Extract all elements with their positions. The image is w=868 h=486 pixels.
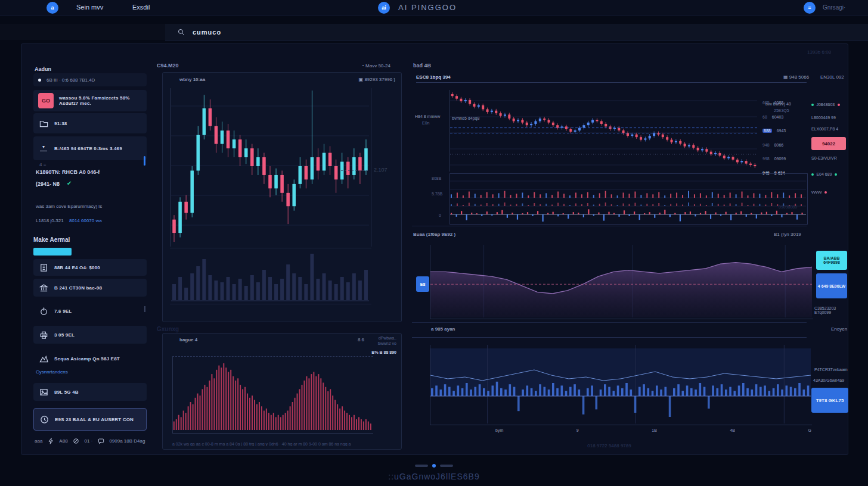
price-axis: 6056088 6860403 8886943 9488066 99809099…	[762, 101, 810, 175]
order-list: J0848603 L8000449 99 ELX0007,P8 4 94022 …	[811, 98, 848, 196]
sidebar-item-go[interactable]: GO wassou 5.8% Famsizeets 58% Asdufz7 me…	[33, 90, 147, 111]
histogram-stats: B% B 88 890	[371, 350, 396, 354]
nav-item-1[interactable]: Sein mvv	[76, 4, 103, 11]
sidebar-scrollbar[interactable]	[144, 156, 145, 166]
sidebar-item-image[interactable]: 89L 5G 4B	[33, 383, 147, 401]
grid-mini-icon: ▦	[783, 74, 789, 80]
activity-panel-title: a 985 ayan	[431, 326, 455, 332]
mountain-icon	[38, 353, 49, 364]
sidebar-item-folder[interactable]: 91:38	[33, 113, 147, 133]
sidebar-footer-3: 01 ·	[85, 438, 93, 444]
sidebar-item-label: 91:38	[54, 121, 67, 126]
annotation-left-2: E0n	[422, 121, 429, 125]
page-dash-2[interactable]	[440, 465, 453, 467]
order-row[interactable]: L8000449 99	[811, 116, 848, 120]
progress-bar	[33, 248, 72, 256]
tr-candlestick-chart	[450, 90, 757, 170]
x-tick: 9	[576, 428, 579, 432]
sidebar-item-power[interactable]: 7.6 9EL	[33, 302, 147, 320]
sidebar-item-link[interactable]: Cysnnrtandens	[36, 369, 68, 375]
panel-divider-2	[412, 322, 807, 323]
search-input[interactable]	[191, 28, 373, 36]
cyan-action-button[interactable]: BA/ABB 64F9898	[816, 251, 847, 270]
order-row[interactable]: ELX0007,P8 4	[811, 127, 848, 131]
candlestick-card-value[interactable]: ▣ 89293 37996 }	[359, 77, 395, 82]
app-logo-icon[interactable]: a	[46, 2, 58, 14]
folder-icon	[38, 118, 49, 129]
indicator-chart	[450, 174, 806, 223]
histogram-legend-2: bwwn2 vo	[378, 341, 396, 345]
order-row[interactable]: E04 689	[811, 167, 848, 178]
order-row[interactable]: J0848603	[811, 98, 848, 108]
activity-note-2: 43A30/Gbwn4a9	[813, 378, 844, 382]
sidebar-item-bank[interactable]: B 241 CT30N bac-98	[33, 279, 147, 297]
area-caption: C38523203 E7q0099	[814, 306, 848, 314]
area-chart-frame	[430, 245, 813, 319]
sidebar-note-2c[interactable]: 8014 60070 wa	[69, 218, 102, 223]
sidebar-note-1a: K1890TN: RHCB A0 046-f	[36, 169, 100, 175]
blue-action-button[interactable]: 4 649 8E06LW	[816, 273, 847, 298]
sell-button[interactable]: 94022	[811, 137, 846, 150]
x-tick: G	[808, 428, 811, 432]
order-row[interactable]: S0-E3/VU/VR	[811, 156, 848, 160]
axis-tick: 948	[762, 143, 770, 147]
sidebar-item-label: 7.6 9EL	[54, 309, 72, 314]
go-badge-icon: GO	[38, 93, 54, 108]
indicator-frame	[450, 173, 808, 225]
x-tick: bym	[430, 428, 503, 432]
bolt-icon[interactable]	[47, 435, 54, 446]
activity-chart-frame	[430, 345, 812, 425]
axis-value: 8066	[774, 143, 784, 147]
axis-tick: 998	[762, 157, 770, 161]
chat-icon[interactable]	[97, 435, 104, 446]
axis-tick-highlight: 888	[762, 129, 772, 133]
nav-item-2[interactable]: Exsdil	[132, 4, 150, 11]
sidebar-footer-4: 0909a 18B D4ag	[109, 438, 145, 444]
symbol-label[interactable]: ESC8 1bpq 394	[416, 74, 451, 80]
clock-mini-icon: ◔	[361, 63, 365, 68]
activity-footer: 018 9722 5488 9789	[412, 443, 807, 448]
activity-panel-right: Enoyen	[831, 326, 847, 332]
purple-area-chart	[430, 245, 812, 317]
slash-circle-icon[interactable]	[73, 435, 80, 446]
search-field[interactable]	[165, 24, 868, 40]
activity-underline	[412, 337, 807, 338]
area-left-badge[interactable]: E8	[416, 276, 429, 292]
tr-candle-frame	[450, 90, 758, 172]
page-dot-active[interactable]	[432, 464, 436, 468]
sidebar-note-2a: was 3am cove Eparummacy) ls	[36, 204, 102, 209]
top-bar: a Sein mvv Exsdil ai AI PINGGOO ≡ Gnrsag…	[0, 0, 868, 16]
image-icon	[38, 387, 49, 397]
search-bar	[0, 24, 868, 40]
sidebar-item-mountain[interactable]: Sequa Asicamp Qn 58J E8T	[33, 350, 147, 367]
page-dash-1[interactable]	[415, 465, 428, 467]
camera-mini-icon: ▣	[359, 77, 365, 82]
sidebar-item-label: B 241 CT30N bac-98	[54, 285, 102, 291]
sidebar-item-clock[interactable]: E9S 23 BAAL & EU AUSERT CON	[33, 408, 147, 431]
trade-button[interactable]: T9T8 GKL75	[811, 388, 848, 413]
sidebar-item-label: wassou 5.8% Famsizeets 58% Asdufz7 mec.	[59, 95, 142, 106]
sidebar-item-printer[interactable]: 3 05 9EL	[33, 326, 147, 344]
sidebar-item-label: 3 05 9EL	[54, 332, 75, 338]
order-row[interactable]: vvvvv	[811, 185, 848, 196]
axis-value: 60403	[772, 115, 783, 119]
sidebar-meta-row[interactable]: 6B III · 0:6 688 7B1.4D	[33, 73, 147, 86]
clock-icon	[39, 414, 49, 425]
account-icon[interactable]: ≡	[804, 2, 816, 14]
price-gutter-divider	[371, 88, 371, 247]
pagination	[0, 464, 868, 468]
account-label[interactable]: Gnrsagi·	[823, 4, 845, 11]
building-icon	[38, 262, 49, 273]
brand-logo-icon: ai	[378, 2, 390, 14]
search-icon	[176, 27, 187, 38]
axis-tick: 68	[762, 115, 767, 119]
trend-icon: ▾	[38, 143, 49, 154]
sidebar-item-trend[interactable]: ▾ B:/465 94 694TE 0:3ms 3.469	[33, 136, 147, 160]
corner-value: EN30L 092	[820, 74, 844, 80]
sidebar-item-building[interactable]: 88B 44 E4 O4: $000	[33, 259, 147, 276]
sidebar-note-2b: L1818 j0-321	[36, 218, 64, 223]
center-chart-period[interactable]: ◔ Mavv 50-24	[361, 63, 390, 68]
blue-activity-chart	[430, 345, 811, 423]
sidebar-item-label: E9S 23 BAAL & EU AUSERT CON	[55, 417, 134, 422]
sidebar-item-label: 88B 44 E4 O4: $000	[54, 265, 100, 270]
